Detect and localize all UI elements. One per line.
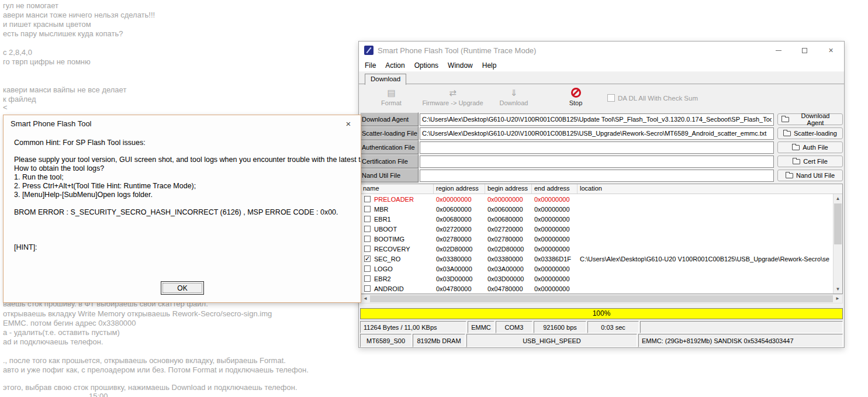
format-button[interactable]: ▤ Format <box>364 87 419 106</box>
format-icon: ▤ <box>387 88 395 97</box>
row-checkbox[interactable] <box>364 206 371 212</box>
column-header-location[interactable]: location <box>577 184 842 194</box>
scroll-down-icon[interactable]: ▼ <box>834 285 842 294</box>
column-header-region[interactable]: region address <box>434 184 485 194</box>
begin-address: 0x04780000 <box>485 285 532 292</box>
device-status-bar: MT6589_S00 8192Mb DRAM USB_HIGH_SPEED EM… <box>360 334 843 347</box>
status-chip-name: MT6589_S00 <box>360 334 411 347</box>
cert-file-button[interactable]: Cert File <box>777 156 843 167</box>
background-text-line: и пишет красным цветом <box>3 20 91 29</box>
scatter-file-input[interactable] <box>420 127 774 140</box>
auth-file-input[interactable] <box>420 141 774 154</box>
table-row[interactable]: LOGO0x03A000000x03A000000x00000000 <box>361 264 833 274</box>
download-button[interactable]: ⇓ Download <box>490 87 537 106</box>
table-row[interactable]: EBR20x03D000000x03D000000x00000000 <box>361 274 833 284</box>
region-address: 0x00600000 <box>434 206 485 213</box>
scroll-right-icon[interactable]: ► <box>833 295 842 303</box>
row-checkbox[interactable] <box>364 246 371 252</box>
menu-action[interactable]: Action <box>381 61 409 70</box>
menu-options[interactable]: Options <box>410 61 443 70</box>
end-address: 0x00000000 <box>532 285 577 292</box>
auth-file-button[interactable]: Auth File <box>777 141 843 153</box>
begin-address: 0x02720000 <box>485 226 532 233</box>
menu-help[interactable]: Help <box>478 61 502 70</box>
scatter-loading-button[interactable]: Scatter-loading <box>777 127 843 139</box>
begin-address: 0x00600000 <box>485 206 532 213</box>
background-text-line: < <box>3 103 8 112</box>
partition-name: LOGO <box>374 265 393 272</box>
nand-util-input[interactable] <box>420 170 774 182</box>
field-row: Certification File Cert File <box>360 154 843 168</box>
tab-download[interactable]: Download <box>365 74 406 85</box>
cert-file-input[interactable] <box>420 156 774 168</box>
v-scroll-thumb[interactable] <box>834 203 842 244</box>
checksum-checkbox[interactable]: DA DL All With Check Sum <box>607 94 698 102</box>
h-scrollbar[interactable]: ◄ ► <box>360 294 843 303</box>
stop-button[interactable]: Stop <box>552 87 599 106</box>
row-checkbox[interactable] <box>364 275 371 282</box>
table-row[interactable]: UBOOT0x027200000x027200000x00000000 <box>361 224 833 234</box>
dialog-hint-header: Common Hint: For SP Flash Tool issues: <box>14 139 146 147</box>
status-storage: EMMC <box>468 321 494 333</box>
row-checkbox[interactable] <box>364 196 371 202</box>
table-row[interactable]: ANDROID0x047800000x047800000x00000000 <box>361 284 833 294</box>
folder-icon <box>781 117 789 122</box>
app-icon <box>364 46 374 55</box>
maximize-button[interactable] <box>791 42 818 59</box>
download-agent-input[interactable] <box>420 113 774 126</box>
table-header: name region address begin address end ad… <box>361 184 842 194</box>
close-button[interactable]: × <box>818 42 844 59</box>
desktop: гул не помогаетавери манси тоже ничего н… <box>0 0 868 397</box>
title-bar: Smart Phone Flash Tool (Runtime Trace Mo… <box>359 42 844 59</box>
table-row[interactable]: PRELOADER0x000000000x000000000x00000000 <box>361 194 833 204</box>
dialog-body-line: Please supply your tool version, GUI scr… <box>14 156 361 164</box>
minimize-button[interactable] <box>765 42 791 59</box>
dialog-close-button[interactable]: × <box>341 118 356 129</box>
progress-bar: 100% <box>360 308 843 319</box>
background-text-line: 15:00 <box>89 392 108 397</box>
row-checkbox[interactable] <box>364 216 371 222</box>
region-address: 0x02D80000 <box>434 246 485 253</box>
row-checkbox[interactable] <box>364 265 371 272</box>
row-checkbox[interactable] <box>364 226 371 232</box>
end-address: 0x00000000 <box>532 216 577 223</box>
table-row[interactable]: EBR10x006800000x006800000x00000000 <box>361 214 833 224</box>
status-baud-rate: 921600 bps <box>534 321 586 333</box>
partition-name: BOOTIMG <box>374 236 404 243</box>
status-com-port: COM3 <box>496 321 532 333</box>
v-scrollbar[interactable]: ▲ ▼ <box>833 194 842 294</box>
h-scroll-thumb[interactable] <box>370 295 833 302</box>
background-text-line: а - удалить(т.е. оставить пустым) <box>3 328 120 337</box>
table-row[interactable]: SEC_RO0x033800000x033800000x03386D1FC:\U… <box>361 254 833 264</box>
column-header-end[interactable]: end address <box>532 184 577 194</box>
status-usb-speed: USB_HIGH_SPEED <box>466 334 637 347</box>
background-text-line: есть пару мыслишек куда копать? <box>3 29 123 38</box>
begin-address: 0x02D80000 <box>485 246 532 253</box>
nand-util-button[interactable]: Nand Util File <box>777 170 843 181</box>
table-row[interactable]: RECOVERY0x02D800000x02D800000x00000000 <box>361 244 833 254</box>
background-text-line: авери манси тоже ничего нельзя сделать!!… <box>3 11 155 19</box>
download-label: Download <box>490 99 537 106</box>
column-header-begin[interactable]: begin address <box>485 184 532 194</box>
menu-file[interactable]: File <box>360 61 381 70</box>
menu-window[interactable]: Window <box>443 61 478 70</box>
scroll-left-icon[interactable]: ◄ <box>361 295 370 303</box>
row-checkbox[interactable] <box>364 256 371 262</box>
scroll-up-icon[interactable]: ▲ <box>834 194 842 203</box>
row-checkbox[interactable] <box>364 285 371 292</box>
toolbar: ▤ Format ⇄ Firmware -> Upgrade ⇓ Downloa… <box>359 84 844 112</box>
download-agent-button[interactable]: Download Agent <box>777 113 843 125</box>
region-address: 0x00680000 <box>434 216 485 223</box>
background-text-line: к файлед <box>3 95 36 103</box>
row-checkbox[interactable] <box>364 236 371 242</box>
partition-name: EBR1 <box>374 216 391 223</box>
table-row[interactable]: MBR0x006000000x006000000x00000000 <box>361 204 833 214</box>
table-row[interactable]: BOOTIMG0x027800000x027800000x00000000 <box>361 234 833 244</box>
begin-address: 0x03D00000 <box>485 275 532 282</box>
folder-icon <box>792 145 800 150</box>
firmware-upgrade-button[interactable]: ⇄ Firmware -> Upgrade <box>413 87 492 106</box>
end-address: 0x00000000 <box>532 196 577 203</box>
dialog-ok-button[interactable]: OK <box>161 281 204 295</box>
field-label-nand-util: Nand Util File <box>360 168 419 182</box>
column-header-name[interactable]: name <box>361 184 434 194</box>
